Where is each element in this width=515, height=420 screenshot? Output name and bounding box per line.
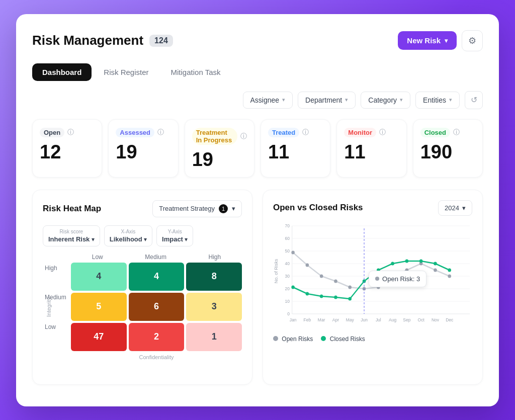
svg-text:20: 20	[285, 286, 290, 291]
x-header-low: Low	[92, 254, 103, 261]
svg-text:Apr: Apr	[332, 317, 339, 322]
svg-point-27	[434, 268, 437, 272]
filter-assignee[interactable]: Assignee ▾	[243, 92, 293, 109]
svg-point-32	[334, 295, 337, 299]
assignee-label: Assignee	[250, 96, 280, 104]
closed-info-icon[interactable]: ⓘ	[453, 128, 460, 137]
category-label: Category	[368, 96, 397, 104]
svg-point-21	[348, 285, 352, 289]
svg-point-33	[348, 297, 352, 300]
svg-text:No. of Risks: No. of Risks	[274, 259, 279, 283]
svg-point-40	[448, 268, 451, 272]
closed-risks-label: Closed Risks	[330, 335, 365, 343]
header-left: Risk Management 124	[32, 33, 173, 48]
heatmap-cell[interactable]: 5	[71, 293, 127, 321]
svg-text:Oct: Oct	[418, 317, 425, 322]
filter-category[interactable]: Category ▾	[361, 92, 410, 109]
heatmap-cell[interactable]: 3	[186, 293, 242, 321]
stat-card-closed: Closed ⓘ 190	[413, 119, 483, 178]
svg-point-37	[405, 259, 409, 263]
chevron-down-icon: ▾	[445, 37, 448, 44]
svg-point-31	[320, 294, 323, 298]
stat-card-open: Open ⓘ 12	[32, 119, 102, 178]
svg-text:Jun: Jun	[361, 317, 368, 322]
treatment-info-icon[interactable]: ⓘ	[240, 132, 247, 141]
risk-score-label: Risk score	[48, 229, 95, 234]
heatmap-cell[interactable]: 8	[186, 263, 242, 291]
refresh-icon: ↺	[471, 95, 477, 105]
x-headers: Low Medium High	[71, 254, 242, 261]
settings-button[interactable]: ⚙	[462, 30, 483, 51]
treatment-value: 19	[192, 150, 247, 169]
svg-text:40: 40	[285, 261, 290, 266]
y-axis-label: Y-Axis	[162, 229, 188, 234]
tab-bar: Dashboard Risk Register Mitigation Task	[32, 63, 483, 81]
treated-info-icon[interactable]: ⓘ	[302, 128, 309, 137]
stats-row: Open ⓘ 12 Assessed ⓘ 19 Treatment In Pro…	[32, 119, 483, 178]
svg-text:Mar: Mar	[318, 317, 325, 322]
chevron-down-icon: ▾	[232, 205, 235, 212]
chevron-icon: ▾	[144, 236, 147, 243]
svg-text:0: 0	[287, 311, 290, 316]
closed-label: Closed	[420, 128, 450, 137]
x-axis-title: Confidentiality	[71, 354, 242, 360]
treatment-strategy-label: Treatment Strategy	[159, 205, 215, 212]
heatmap-cell[interactable]: 1	[186, 323, 242, 351]
svg-text:Feb: Feb	[304, 317, 311, 322]
risk-score-filter[interactable]: Risk score Inherent Risk ▾	[43, 225, 100, 246]
treatment-label: Treatment In Progress	[192, 128, 237, 145]
legend-open: Open Risks	[273, 335, 313, 343]
treatment-strategy-badge: 1	[219, 204, 228, 213]
heatmap-cell[interactable]: 47	[71, 323, 127, 351]
assessed-label: Assessed	[116, 128, 154, 137]
svg-point-18	[306, 263, 309, 267]
svg-point-38	[419, 259, 423, 263]
reset-filters-button[interactable]: ↺	[465, 91, 483, 109]
svg-point-19	[320, 274, 323, 278]
chart-area: 0 10 20 30 40 50 60 70	[273, 221, 472, 331]
x-header-medium: Medium	[145, 254, 166, 261]
tab-mitigation-task[interactable]: Mitigation Task	[161, 63, 231, 81]
heatmap-title: Risk Heat Map	[43, 204, 101, 214]
svg-text:30: 30	[285, 273, 290, 278]
svg-text:Aug: Aug	[389, 317, 396, 322]
svg-text:May: May	[346, 317, 355, 322]
open-risks-dot	[273, 336, 278, 341]
heatmap-cell[interactable]: 2	[129, 323, 185, 351]
heatmap-cell[interactable]: 6	[129, 293, 185, 321]
treated-value: 11	[268, 142, 323, 161]
year-label: 2024	[445, 204, 459, 212]
page-title: Risk Management	[32, 33, 143, 48]
year-selector[interactable]: 2024 ▾	[438, 200, 472, 216]
filter-entities[interactable]: Entities ▾	[415, 92, 460, 109]
assessed-info-icon[interactable]: ⓘ	[157, 128, 164, 137]
filter-department[interactable]: Department ▾	[298, 92, 356, 109]
x-axis-value: Likelihood	[110, 235, 142, 243]
new-risk-button[interactable]: New Risk ▾	[398, 31, 457, 50]
legend-closed: Closed Risks	[321, 335, 365, 343]
monitor-label: Monitor	[344, 128, 376, 137]
tab-risk-register[interactable]: Risk Register	[94, 63, 158, 81]
heatmap-cell[interactable]: 4	[71, 263, 127, 291]
svg-point-39	[434, 262, 437, 265]
x-axis-filter[interactable]: X-Axis Likelihood ▾	[104, 225, 152, 246]
chevron-icon: ▾	[92, 236, 95, 243]
svg-text:10: 10	[285, 298, 290, 303]
x-axis-label: X-Axis	[110, 229, 147, 234]
y-label-medium: Medium	[45, 294, 66, 301]
y-axis-filter[interactable]: Y-Axis Impact ▾	[156, 225, 193, 246]
monitor-info-icon[interactable]: ⓘ	[379, 128, 386, 137]
tab-dashboard[interactable]: Dashboard	[32, 63, 92, 81]
tooltip-text: Open Risk: 3	[382, 275, 420, 283]
svg-point-28	[448, 274, 451, 278]
chart-title: Open vs Closed Risks	[273, 203, 363, 213]
treatment-strategy-button[interactable]: Treatment Strategy 1 ▾	[152, 200, 242, 217]
closed-value: 190	[420, 142, 475, 161]
gear-icon: ⚙	[468, 35, 476, 46]
heatmap-cell[interactable]: 4	[129, 263, 185, 291]
svg-text:Jul: Jul	[376, 317, 381, 322]
y-axis-value: Impact	[162, 235, 183, 243]
bottom-row: Risk Heat Map Treatment Strategy 1 ▾ Ris…	[32, 190, 483, 385]
y-labels: High Medium Low	[45, 254, 66, 342]
open-info-icon[interactable]: ⓘ	[67, 128, 74, 137]
